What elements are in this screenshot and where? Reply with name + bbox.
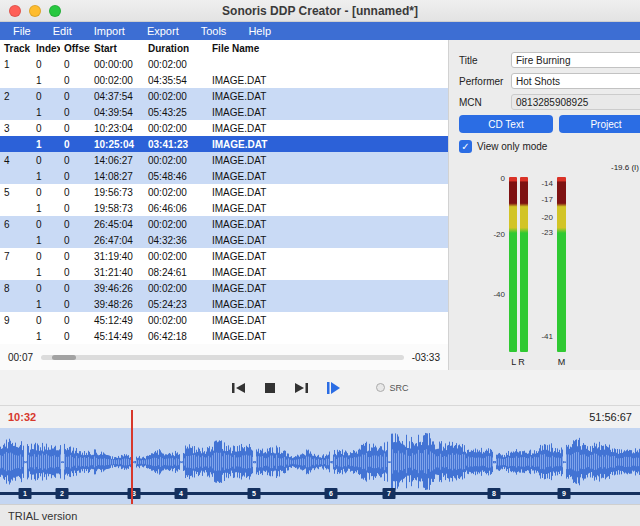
minimize-button[interactable]: [29, 5, 41, 17]
cell-start: 39:48:26: [90, 299, 144, 310]
table-row[interactable]: 1014:08:2705:48:46IMAGE.DAT: [0, 168, 448, 184]
scrub-handle[interactable]: [52, 355, 76, 360]
table-row[interactable]: 60026:45:0400:02:00IMAGE.DATUSQ: [0, 216, 448, 232]
table-row[interactable]: 50019:56:7300:02:00IMAGE.DATUSQ: [0, 184, 448, 200]
m-meter-scale: -14-17-20-23-41: [529, 174, 553, 349]
table-row[interactable]: 1000:02:0004:35:54IMAGE.DAT: [0, 72, 448, 88]
table-row[interactable]: 1010:25:0403:41:23IMAGE.DAT: [0, 136, 448, 152]
column-header[interactable]: Index: [32, 43, 60, 54]
table-row[interactable]: 80039:46:2600:02:00IMAGE.DATUSQ: [0, 280, 448, 296]
table-row[interactable]: 70031:19:4000:02:00IMAGE.DATUSQ: [0, 248, 448, 264]
column-header[interactable]: Track: [0, 43, 32, 54]
table-row[interactable]: 1026:47:0404:32:36IMAGE.DAT: [0, 232, 448, 248]
zoom-button[interactable]: [49, 5, 61, 17]
cell-file: IMAGE.DAT: [208, 171, 444, 182]
left-meter-bar: [509, 177, 517, 352]
track-marker[interactable]: 4: [175, 488, 188, 499]
performer-input[interactable]: [511, 73, 640, 89]
cell-file: IMAGE.DAT: [208, 91, 444, 102]
cell-file: IMAGE.DAT: [208, 299, 444, 310]
menu-tools[interactable]: Tools: [190, 22, 238, 40]
title-bar: Sonoris DDP Creator - [unnamed*]: [0, 0, 640, 22]
track-marker[interactable]: 3: [128, 488, 141, 499]
cell-index: 0: [32, 155, 60, 166]
close-button[interactable]: [9, 5, 21, 17]
timeline-ruler: 10:32 51:56:67: [0, 406, 640, 428]
cell-index: 0: [32, 315, 60, 326]
table-row[interactable]: 30010:23:0400:02:00IMAGE.DATUSQ: [0, 120, 448, 136]
cell-index: 1: [32, 203, 60, 214]
play-button[interactable]: [325, 380, 342, 396]
mcn-input[interactable]: [511, 94, 640, 110]
cell-offset: 0: [60, 123, 90, 134]
menu-export[interactable]: Export: [136, 22, 190, 40]
track-marker[interactable]: 5: [248, 488, 261, 499]
track-marker[interactable]: 2: [56, 488, 69, 499]
track-marker[interactable]: 6: [325, 488, 338, 499]
skip-back-button[interactable]: [231, 381, 247, 395]
column-header[interactable]: Duration: [144, 43, 208, 54]
skip-forward-button[interactable]: [293, 381, 309, 395]
table-row[interactable]: 40014:06:2700:02:00IMAGE.DATUSQ: [0, 152, 448, 168]
cell-index: 0: [32, 187, 60, 198]
title-label: Title: [459, 55, 511, 66]
src-label: SRC: [389, 383, 408, 393]
cell-start: 10:25:04: [90, 139, 144, 150]
cell-offset: 0: [60, 235, 90, 246]
cell-duration: 00:02:00: [144, 155, 208, 166]
table-row[interactable]: 20004:37:5400:02:00IMAGE.DATUSQ: [0, 88, 448, 104]
cell-track: 6: [0, 219, 32, 230]
track-marker[interactable]: 9: [558, 488, 571, 499]
cell-start: 45:14:49: [90, 331, 144, 342]
cd-text-button[interactable]: CD Text: [459, 115, 553, 133]
cell-file: IMAGE.DAT: [208, 251, 444, 262]
cell-file: IMAGE.DAT: [208, 187, 444, 198]
title-field-row: Title: [459, 52, 640, 68]
cell-index: 1: [32, 331, 60, 342]
table-row[interactable]: 10000:00:0000:02:00USQ: [0, 56, 448, 72]
cell-file: IMAGE.DAT: [208, 331, 444, 342]
menu-edit[interactable]: Edit: [42, 22, 83, 40]
cell-duration: 05:24:23: [144, 299, 208, 310]
track-marker[interactable]: 7: [383, 488, 396, 499]
cell-duration: 03:41:23: [144, 139, 208, 150]
column-header[interactable]: Offset: [60, 43, 90, 54]
cell-start: 31:19:40: [90, 251, 144, 262]
table-row[interactable]: 1031:21:4008:24:61IMAGE.DAT: [0, 264, 448, 280]
cell-index: 1: [32, 75, 60, 86]
table-row[interactable]: 1045:14:4906:42:18IMAGE.DAT: [0, 328, 448, 344]
cell-index: 0: [32, 283, 60, 294]
column-header[interactable]: Start: [90, 43, 144, 54]
cell-offset: 0: [60, 267, 90, 278]
menu-import[interactable]: Import: [83, 22, 136, 40]
total-time: 51:56:67: [589, 411, 632, 423]
cell-file: IMAGE.DAT: [208, 267, 444, 278]
cell-offset: 0: [60, 107, 90, 118]
menu-file[interactable]: File: [2, 22, 42, 40]
track-marker[interactable]: 8: [488, 488, 501, 499]
lr-meter-scale: 0-20-40: [477, 174, 505, 349]
src-radio[interactable]: [376, 383, 385, 392]
track-marker[interactable]: 1: [19, 488, 32, 499]
cell-index: 1: [32, 299, 60, 310]
mono-meter-bar: [557, 177, 566, 352]
scrub-slider[interactable]: [41, 355, 404, 360]
playhead-cursor[interactable]: [131, 410, 133, 504]
cell-duration: 06:46:06: [144, 203, 208, 214]
column-header[interactable]: File Name: [208, 43, 444, 54]
title-input[interactable]: [511, 52, 640, 68]
table-row[interactable]: 1039:48:2605:24:23IMAGE.DAT: [0, 296, 448, 312]
cell-file: IMAGE.DAT: [208, 75, 444, 86]
table-row[interactable]: 90045:12:4900:02:00IMAGE.DATUSQ: [0, 312, 448, 328]
cell-offset: 0: [60, 331, 90, 342]
stop-button[interactable]: [263, 381, 277, 395]
waveform-area[interactable]: 123456789: [0, 428, 640, 504]
playhead-time: 10:32: [8, 411, 36, 423]
menu-help[interactable]: Help: [237, 22, 282, 40]
table-row[interactable]: 1019:58:7306:46:06IMAGE.DAT: [0, 200, 448, 216]
lr-meter-label: L R: [505, 357, 531, 367]
view-only-checkbox[interactable]: [459, 140, 472, 153]
table-row[interactable]: 1004:39:5405:43:25IMAGE.DAT: [0, 104, 448, 120]
column-header[interactable]: ISRC: [444, 43, 448, 54]
project-button[interactable]: Project: [559, 115, 640, 133]
